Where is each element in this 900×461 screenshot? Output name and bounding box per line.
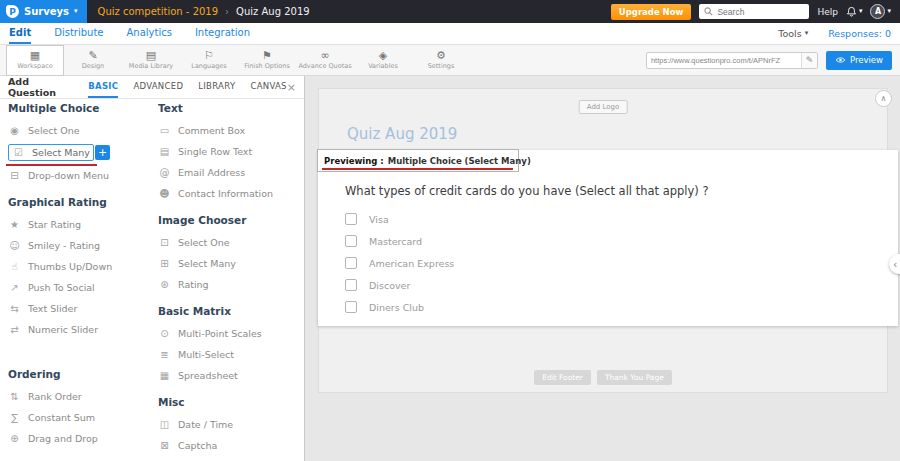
- toolbar-item-languages[interactable]: ⚐ Languages: [180, 45, 238, 76]
- question-types-column-2: Text ▭ Comment Box ▤ Single Row Text @ E…: [158, 102, 303, 461]
- question-type-label: Select One: [28, 125, 80, 136]
- sum-icon: ∑: [8, 412, 21, 423]
- close-panel-button[interactable]: ×: [287, 76, 296, 98]
- toolbar-item-settings[interactable]: ⚙ Settings: [412, 45, 470, 76]
- responses-count[interactable]: Responses: 0: [828, 28, 891, 39]
- tab-canvas[interactable]: CANVAS: [250, 76, 286, 98]
- search-input[interactable]: [717, 7, 804, 17]
- question-type-captcha[interactable]: ⊠ Captcha: [158, 435, 303, 456]
- question-type-drag-and-drop[interactable]: ⊕ Drag and Drop: [8, 428, 150, 449]
- nav-right-group: Tools ▾ Responses: 0: [778, 23, 891, 44]
- question-type-image-rating[interactable]: ⊛ Rating: [158, 274, 303, 295]
- scroll-top-button[interactable]: ∧: [875, 90, 892, 107]
- toolbar-item-design[interactable]: ✎ Design: [64, 45, 122, 76]
- option-checkbox[interactable]: [345, 213, 357, 225]
- bell-icon: [846, 6, 857, 17]
- upgrade-now-button[interactable]: Upgrade Now: [611, 4, 692, 20]
- edit-url-button[interactable]: ✎: [801, 53, 817, 68]
- languages-flag-icon: ⚐: [204, 50, 214, 61]
- notifications-menu[interactable]: ▾: [846, 6, 863, 17]
- question-type-label: Multi-Select: [178, 349, 234, 360]
- global-search-box[interactable]: [699, 4, 809, 19]
- tab-integration[interactable]: Integration: [195, 23, 250, 44]
- tab-library[interactable]: LIBRARY: [198, 76, 235, 98]
- preview-button[interactable]: Preview: [826, 51, 892, 70]
- question-type-constant-sum[interactable]: ∑ Constant Sum: [8, 407, 150, 428]
- avatar: A: [870, 4, 885, 19]
- option-checkbox[interactable]: [345, 301, 357, 313]
- answer-option-diners-club: Diners Club: [345, 296, 878, 318]
- question-type-smiley-rating[interactable]: ☺ Smiley - Rating: [8, 235, 150, 256]
- toolbar-item-label: Variables: [368, 62, 398, 70]
- question-type-image-select-one[interactable]: ⊡ Select One: [158, 232, 303, 253]
- add-logo-button[interactable]: Add Logo: [579, 100, 628, 114]
- quotas-icon: ∞: [320, 50, 329, 61]
- toolbar-item-advance-quotas[interactable]: ∞ Advance Quotas: [296, 45, 354, 76]
- toolbar-item-label: Settings: [428, 62, 455, 70]
- toolbar-item-finish-options[interactable]: ⚑ Finish Options: [238, 45, 296, 76]
- toolbar-item-workspace[interactable]: ▦ Workspace: [6, 45, 64, 76]
- question-type-multi-select[interactable]: ≣ Multi-Select: [158, 344, 303, 365]
- product-switcher-surveys[interactable]: P Surveys ▾: [0, 0, 87, 23]
- question-type-thumbs-up-down[interactable]: ☝ Thumbs Up/Down: [8, 256, 150, 277]
- tab-edit[interactable]: Edit: [9, 23, 31, 44]
- question-type-contact-information[interactable]: ☻ Contact Information: [158, 183, 303, 204]
- question-type-dropdown-menu[interactable]: ⊟ Drop-down Menu: [8, 165, 150, 186]
- question-type-label: Drop-down Menu: [28, 170, 109, 181]
- thank-you-page-button[interactable]: Thank You Page: [597, 370, 672, 385]
- tab-basic[interactable]: BASIC: [88, 76, 118, 98]
- option-label: Mastercard: [369, 236, 422, 247]
- annotation-underline-previewing: [322, 168, 513, 170]
- question-type-email-address[interactable]: @ Email Address: [158, 162, 303, 183]
- previewing-question-type: Multiple Choice (Select Many): [388, 156, 531, 166]
- survey-url-box: ✎: [646, 52, 818, 69]
- chevron-down-icon: ▾: [887, 8, 891, 15]
- question-type-label: Date / Time: [178, 419, 233, 430]
- question-type-text-slider[interactable]: ⇆ Text Slider: [8, 298, 150, 319]
- finish-flag-icon: ⚑: [262, 50, 272, 61]
- survey-title[interactable]: Quiz Aug 2019: [347, 125, 457, 143]
- pencil-icon: ✎: [806, 55, 814, 65]
- spreadsheet-icon: ▦: [158, 370, 171, 381]
- section-ordering: Ordering ⇅ Rank Order ∑ Constant Sum ⊕ D…: [8, 368, 150, 449]
- survey-url-input[interactable]: [647, 56, 801, 65]
- breadcrumb-parent-survey[interactable]: Quiz competition - 2019: [98, 6, 219, 17]
- option-checkbox[interactable]: [345, 235, 357, 247]
- section-title: Graphical Rating: [8, 196, 150, 209]
- add-select-many-button[interactable]: +: [95, 145, 110, 160]
- section-image-chooser: Image Chooser ⊡ Select One ⊞ Select Many…: [158, 214, 303, 295]
- question-type-image-select-many[interactable]: ⊞ Select Many: [158, 253, 303, 274]
- question-type-select-many[interactable]: ☑ Select Many +: [8, 144, 94, 161]
- rank-order-icon: ⇅: [8, 391, 21, 402]
- option-checkbox[interactable]: [345, 279, 357, 291]
- question-type-star-rating[interactable]: ★ Star Rating: [8, 214, 150, 235]
- section-graphical-rating: Graphical Rating ★ Star Rating ☺ Smiley …: [8, 196, 150, 340]
- option-label: Visa: [369, 214, 389, 225]
- add-question-panel: Add Question BASIC ADVANCED LIBRARY CANV…: [0, 76, 305, 461]
- toolbar-item-variables[interactable]: ◈ Variables: [354, 45, 412, 76]
- toolbar-item-label: Languages: [191, 62, 226, 70]
- toolbar-item-media-library[interactable]: ▤ Media Library: [122, 45, 180, 76]
- question-text[interactable]: What types of credit cards do you have (…: [345, 184, 709, 198]
- question-type-numeric-slider[interactable]: ⇄ Numeric Slider: [8, 319, 150, 340]
- question-type-comment-box[interactable]: ▭ Comment Box: [158, 120, 303, 141]
- option-checkbox[interactable]: [345, 257, 357, 269]
- edit-footer-button[interactable]: Edit Footer: [534, 370, 591, 385]
- question-type-select-one[interactable]: ◉ Select One: [8, 120, 150, 141]
- tools-menu[interactable]: Tools ▾: [778, 28, 808, 39]
- question-type-date-time[interactable]: ◫ Date / Time: [158, 414, 303, 435]
- tab-distribute[interactable]: Distribute: [54, 23, 103, 44]
- question-type-label: Numeric Slider: [28, 324, 98, 335]
- question-type-spreadsheet[interactable]: ▦ Spreadsheet: [158, 365, 303, 386]
- question-type-multi-point-scales[interactable]: ⊙ Multi-Point Scales: [158, 323, 303, 344]
- question-type-rank-order[interactable]: ⇅ Rank Order: [8, 386, 150, 407]
- calendar-icon: ◫: [158, 419, 171, 430]
- question-type-push-to-social[interactable]: ↗ Push To Social: [8, 277, 150, 298]
- help-link[interactable]: Help: [817, 7, 838, 17]
- account-menu[interactable]: A ▾: [870, 4, 891, 19]
- answer-option-discover: Discover: [345, 274, 878, 296]
- tab-analytics[interactable]: Analytics: [126, 23, 171, 44]
- tab-advanced[interactable]: ADVANCED: [133, 76, 183, 98]
- image-select-one-icon: ⊡: [158, 237, 171, 248]
- question-type-single-row-text[interactable]: ▤ Single Row Text: [158, 141, 303, 162]
